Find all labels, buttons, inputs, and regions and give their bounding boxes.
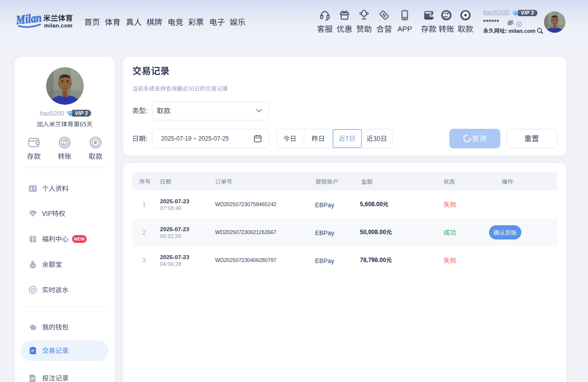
svg-text:Milan: Milan	[16, 11, 42, 26]
